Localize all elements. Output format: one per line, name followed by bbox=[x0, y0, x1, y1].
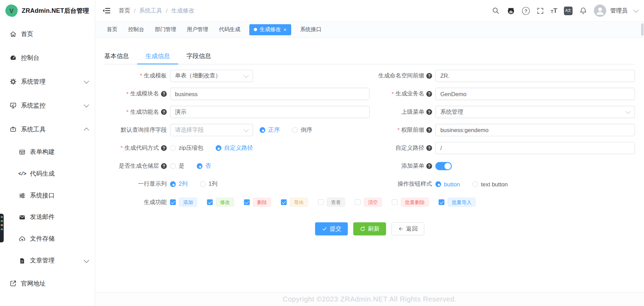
field-label: 权限前缀 bbox=[401, 126, 424, 133]
feature-delete-checkbox[interactable]: 删除 bbox=[244, 198, 271, 207]
field-label: 生成功能 bbox=[144, 198, 167, 206]
sidebar-item-system-api[interactable]: 系统接口 bbox=[0, 185, 95, 206]
feature-edit-checkbox[interactable]: 修改 bbox=[207, 198, 234, 207]
user-avatar[interactable] bbox=[594, 4, 606, 17]
help-icon[interactable]: ? bbox=[426, 73, 432, 79]
scrollbar-thumb[interactable] bbox=[641, 24, 644, 36]
briefcase-icon bbox=[9, 126, 17, 133]
form-row-repository: 是否生成仓储层? 是 否 bbox=[104, 157, 369, 175]
tag-gen-edit-active[interactable]: 生成修改 × bbox=[249, 24, 291, 35]
sidebar-item-website[interactable]: 官网地址 bbox=[0, 271, 95, 295]
language-icon[interactable]: A文 bbox=[564, 6, 573, 15]
help-icon[interactable]: ? bbox=[161, 91, 167, 97]
add-menu-toggle[interactable] bbox=[435, 162, 451, 170]
tag-code-gen[interactable]: 代码生成 bbox=[217, 24, 242, 35]
two-columns-radio[interactable]: 2列 bbox=[170, 180, 188, 188]
form-row-custom-path: 自定义路径? / bbox=[370, 139, 635, 157]
custom-path-mode-radio[interactable]: 自定义路径 bbox=[216, 145, 253, 152]
help-icon[interactable]: ? bbox=[161, 163, 167, 169]
top-navbar: 首页 / 系统工具 / 生成修改 ? TT bbox=[95, 0, 644, 22]
tab-field-info[interactable]: 字段信息 bbox=[178, 49, 220, 64]
repo-no-radio[interactable]: 否 bbox=[197, 163, 211, 170]
sidebar-item-form-builder[interactable]: 表单构建 bbox=[0, 141, 95, 163]
form-row-parent-menu: 上级菜单? 系统管理 bbox=[370, 103, 635, 121]
text-button-style-radio[interactable]: text button bbox=[472, 181, 508, 187]
sort-desc-radio[interactable]: 倒序 bbox=[292, 126, 312, 133]
tab-basic-info[interactable]: 基本信息 bbox=[104, 49, 137, 64]
help-icon[interactable]: ? bbox=[426, 163, 432, 169]
checkbox bbox=[207, 200, 213, 205]
field-label: 是否生成仓储层 bbox=[119, 163, 159, 170]
feature-tag: 修改 bbox=[216, 198, 234, 207]
sort-asc-radio[interactable]: 正序 bbox=[260, 126, 280, 133]
help-icon[interactable]: ? bbox=[426, 91, 432, 97]
refresh-button[interactable]: 刷新 bbox=[353, 222, 386, 235]
sidebar-item-system-tools[interactable]: 系统工具 bbox=[0, 117, 95, 141]
help-icon[interactable]: ? bbox=[161, 145, 167, 151]
namespace-input[interactable]: ZR. bbox=[435, 70, 635, 82]
tab-gen-info[interactable]: 生成信息 bbox=[137, 49, 178, 64]
help-icon[interactable]: ? bbox=[426, 109, 432, 115]
breadcrumb-home[interactable]: 首页 bbox=[119, 7, 130, 14]
feature-batch-import-checkbox[interactable]: 批量导入 bbox=[439, 198, 476, 207]
form-actions: 提交 刷新 返回 bbox=[104, 222, 635, 235]
help-icon[interactable]: ? bbox=[426, 127, 432, 133]
sidebar-fold-icon[interactable] bbox=[102, 6, 111, 15]
chevron-down-icon bbox=[626, 109, 631, 114]
function-name-input[interactable]: 演示 bbox=[170, 106, 370, 118]
sidebar-item-article-admin[interactable]: 文章管理 bbox=[0, 250, 95, 271]
logo-row[interactable]: V ZRAdmin.NET后台管理 bbox=[0, 0, 95, 21]
sort-field-select[interactable]: 请选择字段 bbox=[170, 124, 253, 136]
sidebar-item-send-mail[interactable]: 发送邮件 bbox=[0, 206, 95, 228]
feature-export-checkbox[interactable]: 导出 bbox=[281, 198, 308, 207]
font-size-icon[interactable]: TT bbox=[551, 7, 557, 14]
submit-button[interactable]: 提交 bbox=[315, 222, 348, 235]
radio-dot bbox=[170, 163, 176, 169]
tag-home[interactable]: 首页 bbox=[105, 24, 119, 35]
active-dot-icon bbox=[254, 28, 257, 31]
sidebar-item-code-gen[interactable]: </> 代码生成 bbox=[0, 163, 95, 185]
module-name-input[interactable]: business bbox=[170, 88, 370, 100]
tag-dept-admin[interactable]: 部门管理 bbox=[153, 24, 178, 35]
close-icon[interactable]: × bbox=[283, 27, 286, 32]
feature-view-checkbox[interactable]: 查看 bbox=[318, 198, 345, 207]
github-icon[interactable] bbox=[507, 6, 516, 15]
checkbox bbox=[281, 200, 287, 205]
repo-yes-radio[interactable]: 是 bbox=[170, 163, 185, 170]
custom-path-input[interactable]: / bbox=[435, 142, 635, 154]
sidebar-item-system-admin[interactable]: 系统管理 bbox=[0, 70, 95, 94]
sidebar-item-home[interactable]: 首页 bbox=[0, 22, 95, 46]
feature-tag: 删除 bbox=[253, 198, 271, 207]
feature-add-checkbox[interactable]: 添加 bbox=[170, 198, 197, 207]
button-style-radio[interactable]: button bbox=[435, 181, 460, 187]
feature-tag: 批量导入 bbox=[448, 198, 476, 207]
business-name-input[interactable]: GenDemo bbox=[435, 88, 635, 100]
user-name[interactable]: 管理员 bbox=[610, 7, 628, 14]
parent-menu-select[interactable]: 系统管理 bbox=[435, 106, 635, 118]
sidebar-item-dashboard[interactable]: 控制台 bbox=[0, 46, 95, 70]
feature-clear-checkbox[interactable]: 清空 bbox=[355, 198, 382, 207]
sidebar-item-system-monitor[interactable]: 系统监控 bbox=[0, 93, 95, 117]
theme-drawer-handle[interactable] bbox=[0, 214, 4, 242]
form-row-namespace: 生成命名空间前缀? ZR. bbox=[370, 67, 635, 85]
search-icon[interactable] bbox=[492, 7, 500, 15]
handle-stripe bbox=[1, 229, 3, 230]
help-icon[interactable]: ? bbox=[426, 145, 432, 151]
help-icon[interactable]: ? bbox=[161, 109, 167, 115]
feature-batch-delete-checkbox[interactable]: 批量删除 bbox=[392, 198, 429, 207]
perm-prefix-input[interactable]: business:gendemo bbox=[435, 124, 635, 136]
user-menu-caret-icon[interactable] bbox=[633, 7, 638, 12]
tag-dashboard[interactable]: 控制台 bbox=[126, 24, 146, 35]
template-select[interactable]: 单表（增删改查） bbox=[170, 70, 253, 82]
zip-mode-radio[interactable]: zip压缩包 bbox=[170, 145, 203, 152]
tag-system-api[interactable]: 系统接口 bbox=[298, 24, 323, 35]
feature-tag: 清空 bbox=[364, 198, 382, 207]
sidebar-item-file-storage[interactable]: 文件存储 bbox=[0, 228, 95, 250]
help-icon[interactable]: ? bbox=[522, 7, 530, 15]
fullscreen-icon[interactable] bbox=[536, 7, 544, 15]
back-button[interactable]: 返回 bbox=[391, 222, 424, 235]
bell-icon[interactable] bbox=[579, 7, 588, 15]
topbar-actions: ? TT A文 管理员 bbox=[492, 4, 638, 17]
tag-user-admin[interactable]: 用户管理 bbox=[185, 24, 210, 35]
one-column-radio[interactable]: 1列 bbox=[200, 180, 217, 188]
